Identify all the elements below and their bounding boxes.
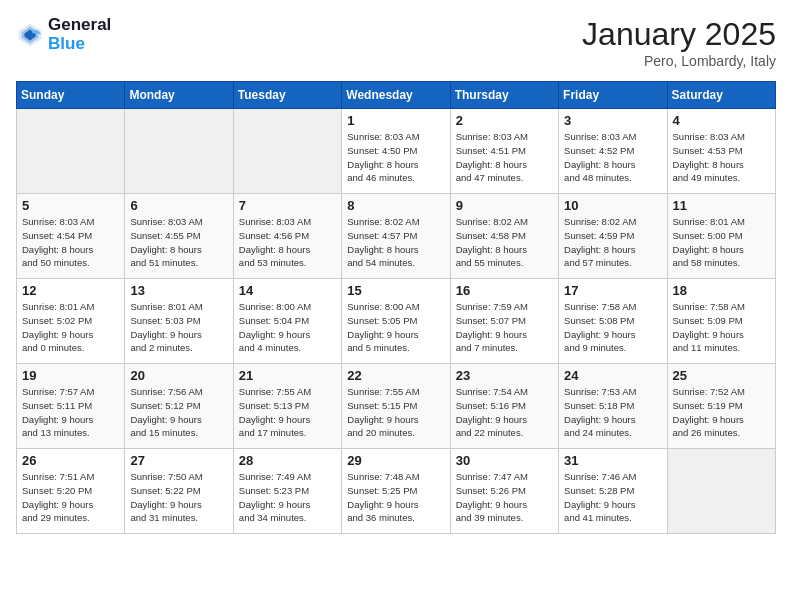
day-number: 1 (347, 113, 444, 128)
day-info: Sunrise: 7:46 AM Sunset: 5:28 PM Dayligh… (564, 470, 661, 525)
calendar-cell: 11Sunrise: 8:01 AM Sunset: 5:00 PM Dayli… (667, 194, 775, 279)
day-info: Sunrise: 8:00 AM Sunset: 5:05 PM Dayligh… (347, 300, 444, 355)
day-number: 4 (673, 113, 770, 128)
location: Pero, Lombardy, Italy (582, 53, 776, 69)
calendar-cell: 17Sunrise: 7:58 AM Sunset: 5:08 PM Dayli… (559, 279, 667, 364)
day-info: Sunrise: 8:01 AM Sunset: 5:02 PM Dayligh… (22, 300, 119, 355)
month-title: January 2025 (582, 16, 776, 53)
day-number: 2 (456, 113, 553, 128)
calendar-cell: 2Sunrise: 8:03 AM Sunset: 4:51 PM Daylig… (450, 109, 558, 194)
calendar-cell: 24Sunrise: 7:53 AM Sunset: 5:18 PM Dayli… (559, 364, 667, 449)
day-number: 29 (347, 453, 444, 468)
logo-text-line2: Blue (48, 35, 111, 54)
calendar-cell: 13Sunrise: 8:01 AM Sunset: 5:03 PM Dayli… (125, 279, 233, 364)
day-info: Sunrise: 8:03 AM Sunset: 4:55 PM Dayligh… (130, 215, 227, 270)
day-number: 18 (673, 283, 770, 298)
day-number: 31 (564, 453, 661, 468)
day-of-week-header: Tuesday (233, 82, 341, 109)
day-number: 25 (673, 368, 770, 383)
day-info: Sunrise: 7:58 AM Sunset: 5:09 PM Dayligh… (673, 300, 770, 355)
day-info: Sunrise: 8:03 AM Sunset: 4:53 PM Dayligh… (673, 130, 770, 185)
day-info: Sunrise: 7:56 AM Sunset: 5:12 PM Dayligh… (130, 385, 227, 440)
logo-icon (16, 21, 44, 49)
day-number: 19 (22, 368, 119, 383)
day-number: 21 (239, 368, 336, 383)
day-number: 8 (347, 198, 444, 213)
day-number: 22 (347, 368, 444, 383)
calendar-cell: 12Sunrise: 8:01 AM Sunset: 5:02 PM Dayli… (17, 279, 125, 364)
day-of-week-header: Friday (559, 82, 667, 109)
calendar-cell: 23Sunrise: 7:54 AM Sunset: 5:16 PM Dayli… (450, 364, 558, 449)
day-number: 24 (564, 368, 661, 383)
calendar-cell (17, 109, 125, 194)
day-info: Sunrise: 7:53 AM Sunset: 5:18 PM Dayligh… (564, 385, 661, 440)
day-info: Sunrise: 7:59 AM Sunset: 5:07 PM Dayligh… (456, 300, 553, 355)
calendar-cell: 21Sunrise: 7:55 AM Sunset: 5:13 PM Dayli… (233, 364, 341, 449)
calendar-week-row: 5Sunrise: 8:03 AM Sunset: 4:54 PM Daylig… (17, 194, 776, 279)
day-info: Sunrise: 7:54 AM Sunset: 5:16 PM Dayligh… (456, 385, 553, 440)
calendar-cell: 19Sunrise: 7:57 AM Sunset: 5:11 PM Dayli… (17, 364, 125, 449)
day-number: 5 (22, 198, 119, 213)
calendar-cell: 20Sunrise: 7:56 AM Sunset: 5:12 PM Dayli… (125, 364, 233, 449)
day-number: 6 (130, 198, 227, 213)
calendar-week-row: 26Sunrise: 7:51 AM Sunset: 5:20 PM Dayli… (17, 449, 776, 534)
page-header: General Blue January 2025 Pero, Lombardy… (16, 16, 776, 69)
calendar-cell: 29Sunrise: 7:48 AM Sunset: 5:25 PM Dayli… (342, 449, 450, 534)
day-number: 13 (130, 283, 227, 298)
calendar-cell (667, 449, 775, 534)
day-number: 15 (347, 283, 444, 298)
day-info: Sunrise: 7:51 AM Sunset: 5:20 PM Dayligh… (22, 470, 119, 525)
day-info: Sunrise: 7:55 AM Sunset: 5:15 PM Dayligh… (347, 385, 444, 440)
day-info: Sunrise: 7:55 AM Sunset: 5:13 PM Dayligh… (239, 385, 336, 440)
calendar-cell: 30Sunrise: 7:47 AM Sunset: 5:26 PM Dayli… (450, 449, 558, 534)
calendar-week-row: 19Sunrise: 7:57 AM Sunset: 5:11 PM Dayli… (17, 364, 776, 449)
day-info: Sunrise: 8:03 AM Sunset: 4:51 PM Dayligh… (456, 130, 553, 185)
day-info: Sunrise: 8:01 AM Sunset: 5:00 PM Dayligh… (673, 215, 770, 270)
title-block: January 2025 Pero, Lombardy, Italy (582, 16, 776, 69)
day-of-week-header: Thursday (450, 82, 558, 109)
calendar-cell (125, 109, 233, 194)
logo-text-line1: General (48, 16, 111, 35)
calendar-cell: 4Sunrise: 8:03 AM Sunset: 4:53 PM Daylig… (667, 109, 775, 194)
day-info: Sunrise: 8:00 AM Sunset: 5:04 PM Dayligh… (239, 300, 336, 355)
calendar-cell: 7Sunrise: 8:03 AM Sunset: 4:56 PM Daylig… (233, 194, 341, 279)
calendar-week-row: 12Sunrise: 8:01 AM Sunset: 5:02 PM Dayli… (17, 279, 776, 364)
day-info: Sunrise: 8:03 AM Sunset: 4:52 PM Dayligh… (564, 130, 661, 185)
calendar-cell: 16Sunrise: 7:59 AM Sunset: 5:07 PM Dayli… (450, 279, 558, 364)
day-number: 26 (22, 453, 119, 468)
day-info: Sunrise: 8:03 AM Sunset: 4:50 PM Dayligh… (347, 130, 444, 185)
day-number: 28 (239, 453, 336, 468)
day-number: 3 (564, 113, 661, 128)
day-number: 30 (456, 453, 553, 468)
day-info: Sunrise: 8:02 AM Sunset: 4:58 PM Dayligh… (456, 215, 553, 270)
day-number: 7 (239, 198, 336, 213)
calendar-cell: 3Sunrise: 8:03 AM Sunset: 4:52 PM Daylig… (559, 109, 667, 194)
day-info: Sunrise: 8:02 AM Sunset: 4:57 PM Dayligh… (347, 215, 444, 270)
calendar-cell: 9Sunrise: 8:02 AM Sunset: 4:58 PM Daylig… (450, 194, 558, 279)
calendar-cell: 31Sunrise: 7:46 AM Sunset: 5:28 PM Dayli… (559, 449, 667, 534)
day-info: Sunrise: 8:01 AM Sunset: 5:03 PM Dayligh… (130, 300, 227, 355)
day-number: 12 (22, 283, 119, 298)
day-number: 16 (456, 283, 553, 298)
day-number: 20 (130, 368, 227, 383)
day-info: Sunrise: 8:02 AM Sunset: 4:59 PM Dayligh… (564, 215, 661, 270)
day-info: Sunrise: 7:58 AM Sunset: 5:08 PM Dayligh… (564, 300, 661, 355)
day-number: 10 (564, 198, 661, 213)
calendar-cell: 8Sunrise: 8:02 AM Sunset: 4:57 PM Daylig… (342, 194, 450, 279)
calendar-cell: 14Sunrise: 8:00 AM Sunset: 5:04 PM Dayli… (233, 279, 341, 364)
calendar-cell: 15Sunrise: 8:00 AM Sunset: 5:05 PM Dayli… (342, 279, 450, 364)
day-number: 9 (456, 198, 553, 213)
day-number: 17 (564, 283, 661, 298)
day-number: 27 (130, 453, 227, 468)
day-of-week-header: Sunday (17, 82, 125, 109)
day-number: 11 (673, 198, 770, 213)
calendar-cell: 1Sunrise: 8:03 AM Sunset: 4:50 PM Daylig… (342, 109, 450, 194)
day-of-week-header: Saturday (667, 82, 775, 109)
day-info: Sunrise: 7:49 AM Sunset: 5:23 PM Dayligh… (239, 470, 336, 525)
calendar-cell: 27Sunrise: 7:50 AM Sunset: 5:22 PM Dayli… (125, 449, 233, 534)
calendar-cell: 25Sunrise: 7:52 AM Sunset: 5:19 PM Dayli… (667, 364, 775, 449)
calendar-cell: 10Sunrise: 8:02 AM Sunset: 4:59 PM Dayli… (559, 194, 667, 279)
calendar-cell: 26Sunrise: 7:51 AM Sunset: 5:20 PM Dayli… (17, 449, 125, 534)
day-of-week-header: Wednesday (342, 82, 450, 109)
day-number: 14 (239, 283, 336, 298)
